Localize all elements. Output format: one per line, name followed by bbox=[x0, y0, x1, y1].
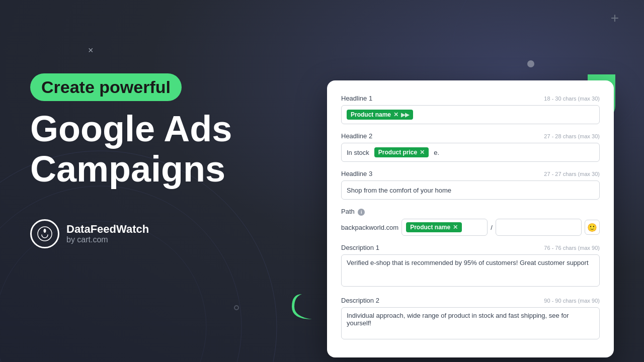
description1-textarea[interactable] bbox=[341, 254, 600, 287]
path-domain: backpackworld.com bbox=[341, 224, 398, 231]
headline1-tag-remove[interactable]: ✕ bbox=[393, 111, 398, 118]
headline2-prefix: In stock bbox=[347, 149, 369, 156]
headline1-input[interactable]: Product name ✕ ▶▶ bbox=[341, 105, 600, 124]
path-group: Path i backpackworld.com Product name ✕ … bbox=[341, 208, 600, 236]
green-crescent-decoration bbox=[287, 292, 317, 322]
main-title-line2: Campaigns bbox=[30, 149, 225, 189]
headline2-chars: 27 - 28 chars (max 30) bbox=[544, 133, 600, 139]
path-input-2[interactable] bbox=[496, 219, 582, 236]
logo-text: DataFeedWatch by cart.com bbox=[66, 223, 149, 244]
path-label: Path i bbox=[341, 208, 365, 216]
headline1-chars: 18 - 30 chars (max 30) bbox=[544, 96, 600, 102]
description2-label: Description 2 bbox=[341, 297, 379, 304]
main-title: Google Ads Campaigns bbox=[30, 109, 312, 189]
headline3-label: Headline 3 bbox=[341, 170, 372, 177]
headline2-group: Headline 2 27 - 28 chars (max 30) In sto… bbox=[341, 132, 600, 162]
description1-group: Description 1 76 - 76 chars (max 90) bbox=[341, 244, 600, 289]
path-tag-label: Product name bbox=[410, 224, 450, 231]
plus-decoration-1: + bbox=[611, 11, 619, 25]
description1-label-row: Description 1 76 - 76 chars (max 90) bbox=[341, 244, 600, 251]
headline3-chars: 27 - 27 chars (max 30) bbox=[544, 171, 600, 177]
description2-chars: 90 - 90 chars (max 90) bbox=[544, 298, 600, 304]
headline-badge: Create powerful bbox=[30, 73, 182, 101]
form-card: Headline 1 18 - 30 chars (max 30) Produc… bbox=[327, 80, 614, 357]
headline3-group: Headline 3 27 - 27 chars (max 30) bbox=[341, 170, 600, 200]
path-input-1[interactable]: Product name ✕ bbox=[401, 219, 488, 236]
headline1-label-row: Headline 1 18 - 30 chars (max 30) bbox=[341, 95, 600, 102]
description2-group: Description 2 90 - 90 chars (max 90) bbox=[341, 297, 600, 341]
headline2-label: Headline 2 bbox=[341, 132, 372, 140]
left-panel: Create powerful Google Ads Campaigns Dat… bbox=[30, 0, 312, 362]
logo-subtitle: by cart.com bbox=[66, 235, 149, 244]
path-row: backpackworld.com Product name ✕ / 🙂 bbox=[341, 219, 600, 236]
circle-decoration-1 bbox=[527, 60, 534, 67]
headline2-tag-label: Product price bbox=[378, 149, 417, 156]
headline2-input[interactable]: In stock Product price ✕ e. bbox=[341, 143, 600, 162]
headline1-tag-label: Product name bbox=[351, 111, 391, 118]
logo-name: DataFeedWatch bbox=[66, 223, 149, 235]
description1-label: Description 1 bbox=[341, 244, 379, 251]
headline1-label: Headline 1 bbox=[341, 95, 372, 102]
path-tag[interactable]: Product name ✕ bbox=[406, 222, 462, 232]
path-info-icon[interactable]: i bbox=[358, 209, 365, 216]
emoji-button[interactable]: 🙂 bbox=[585, 220, 600, 235]
main-title-line1: Google Ads bbox=[30, 109, 232, 149]
path-tag-remove[interactable]: ✕ bbox=[453, 224, 458, 231]
headline2-suffix: e. bbox=[434, 149, 439, 156]
description2-textarea[interactable] bbox=[341, 307, 600, 339]
path-label-row: Path i bbox=[341, 208, 600, 216]
description1-chars: 76 - 76 chars (max 90) bbox=[544, 245, 600, 251]
headline1-tag[interactable]: Product name ✕ ▶▶ bbox=[347, 110, 413, 120]
headline1-tag-arrow: ▶▶ bbox=[401, 112, 409, 118]
path-slash: / bbox=[491, 224, 493, 231]
headline2-tag-remove[interactable]: ✕ bbox=[420, 149, 425, 156]
headline1-group: Headline 1 18 - 30 chars (max 30) Produc… bbox=[341, 95, 600, 124]
headline3-label-row: Headline 3 27 - 27 chars (max 30) bbox=[341, 170, 600, 177]
headline3-input[interactable] bbox=[341, 180, 600, 200]
headline2-label-row: Headline 2 27 - 28 chars (max 30) bbox=[341, 132, 600, 140]
logo-area: DataFeedWatch by cart.com bbox=[30, 219, 312, 248]
headline2-tag[interactable]: Product price ✕ bbox=[374, 147, 429, 157]
description2-label-row: Description 2 90 - 90 chars (max 90) bbox=[341, 297, 600, 304]
logo-icon bbox=[30, 219, 59, 248]
